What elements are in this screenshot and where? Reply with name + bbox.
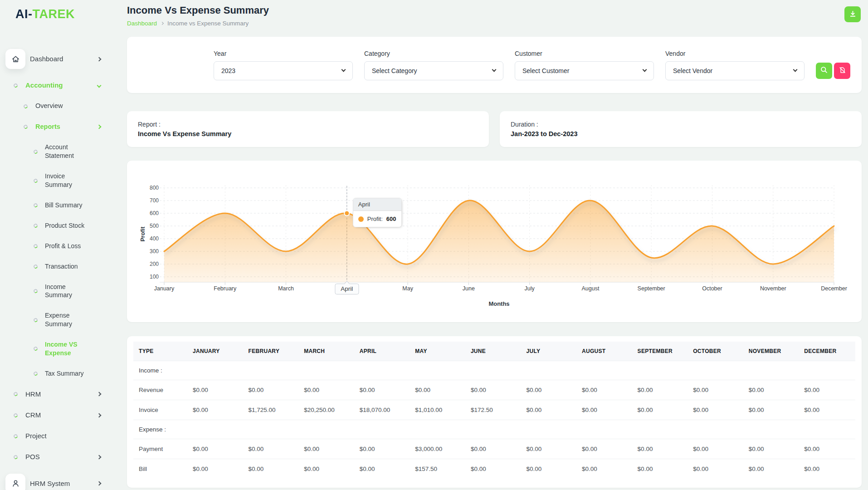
amount-cell: $0.00 [577, 439, 633, 459]
amount-cell: $18,070.00 [355, 400, 411, 420]
report-label: Report : [138, 121, 478, 128]
apply-filter-button[interactable] [816, 63, 832, 79]
x-tick-label: September [638, 285, 665, 292]
sidebar-item-label: Profit & Loss [45, 242, 81, 250]
bullet-icon [23, 103, 29, 109]
bullet-icon [13, 455, 19, 460]
amount-cell: $0.00 [633, 439, 689, 459]
tooltip-title: April [353, 198, 402, 211]
sidebar-item-expense-summary[interactable]: Expense Summary [0, 305, 112, 334]
section-label: Expense : [133, 420, 855, 439]
chevron-right-icon [97, 125, 102, 129]
app-logo[interactable]: AI-TAREK [0, 0, 112, 43]
user-icon [5, 474, 25, 490]
y-tick-label: 500 [150, 223, 159, 229]
duration-card: Duration : Jan-2023 to Dec-2023 [500, 111, 862, 147]
page-title: Income Vs Expense Summary [127, 5, 862, 16]
column-header-november: NOVEMBER [744, 342, 800, 361]
bullet-icon [33, 178, 39, 183]
amount-cell: $0.00 [466, 439, 522, 459]
column-header-january: JANUARY [188, 342, 244, 361]
vendor-select[interactable]: Select Vendor [665, 61, 805, 80]
column-header-june: JUNE [466, 342, 522, 361]
amount-cell: $0.00 [188, 380, 244, 400]
clear-filter-button[interactable] [834, 63, 850, 79]
sidebar-item-pos[interactable]: POS [0, 446, 112, 467]
customer-select-value: Select Customer [522, 67, 569, 74]
sidebar-item-label: Reports [35, 122, 60, 132]
sidebar-item-hrm[interactable]: HRM [0, 384, 112, 405]
column-header-april: APRIL [355, 342, 411, 361]
amount-cell: $0.00 [688, 459, 744, 479]
year-select[interactable]: 2023 [214, 61, 353, 80]
year-select-value: 2023 [221, 67, 235, 74]
section-label: Income : [133, 361, 855, 380]
sidebar-item-project[interactable]: Project [0, 426, 112, 446]
sidebar-item-product-stock[interactable]: Product Stock [0, 216, 112, 236]
chevron-down-icon [341, 68, 346, 72]
amount-cell: $0.00 [800, 439, 855, 459]
sidebar-item-reports[interactable]: Reports [0, 117, 112, 137]
customer-select[interactable]: Select Customer [515, 61, 654, 80]
sidebar-item-dashboard[interactable]: Dashboard [0, 43, 112, 75]
main-content: Income Vs Expense Summary Dashboard Inco… [112, 0, 868, 488]
breadcrumb-current: Income vs Expense Summary [167, 20, 249, 27]
vendor-select-value: Select Vendor [673, 67, 712, 74]
y-tick-label: 800 [150, 185, 159, 191]
chevron-right-icon [97, 57, 102, 61]
x-tick-label: October [702, 285, 722, 292]
sidebar-item-label: Income VS Expense [45, 340, 93, 358]
breadcrumb-dashboard-link[interactable]: Dashboard [127, 20, 157, 27]
column-header-may: MAY [410, 342, 466, 361]
bullet-icon [33, 371, 39, 376]
tooltip-series-label: Profit: [367, 216, 383, 222]
home-icon [5, 49, 25, 69]
amount-cell: $0.00 [744, 400, 800, 420]
y-axis-title: Profit [140, 226, 146, 241]
sidebar-item-bill-summary[interactable]: Bill Summary [0, 195, 112, 216]
table-row-bill: Bill$0.00$0.00$0.00$0.00$157.50$0.00$0.0… [133, 459, 855, 479]
sidebar-item-tax-summary[interactable]: Tax Summary [0, 363, 112, 384]
sidebar-item-label: Expense Summary [45, 311, 93, 328]
table-row-payment: Payment$0.00$0.00$0.00$0.00$3,000.00$0.0… [133, 439, 855, 459]
sidebar-item-income-summary[interactable]: Income Summary [0, 277, 112, 306]
amount-cell: $0.00 [800, 400, 855, 420]
vendor-label: Vendor [665, 50, 805, 57]
y-tick-label: 700 [150, 197, 159, 204]
table-row-invoice: Invoice$0.00$1,725.00$20,250.00$18,070.0… [133, 400, 855, 420]
sidebar-item-accounting[interactable]: Accounting [0, 75, 112, 96]
amount-cell: $0.00 [744, 439, 800, 459]
series-dot-icon [358, 216, 364, 222]
sidebar-item-transaction[interactable]: Transaction [0, 256, 112, 277]
amount-cell: $3,000.00 [410, 439, 466, 459]
summary-table-card: TYPEJANUARYFEBRUARYMARCHAPRILMAYJUNEJULY… [127, 336, 862, 488]
category-select[interactable]: Select Category [364, 61, 503, 80]
breadcrumb-chevron-icon [161, 22, 164, 25]
x-tick-label: July [525, 285, 535, 292]
column-header-september: SEPTEMBER [633, 342, 689, 361]
table-row-revenue: Revenue$0.00$0.00$0.00$0.00$0.00$0.00$0.… [133, 380, 855, 400]
y-tick-label: 100 [150, 274, 159, 280]
breadcrumb: Dashboard Income vs Expense Summary [127, 20, 862, 27]
amount-cell: $0.00 [522, 459, 577, 479]
download-icon [848, 10, 857, 20]
report-card: Report : Income Vs Expense Summary [127, 111, 489, 147]
sidebar-item-profit-loss[interactable]: Profit & Loss [0, 236, 112, 256]
april-data-point[interactable] [344, 211, 349, 216]
download-report-button[interactable] [844, 6, 861, 22]
sidebar-item-account-statement[interactable]: Account Statement [0, 137, 112, 166]
amount-cell: $0.00 [410, 380, 466, 400]
y-tick-label: 600 [150, 210, 159, 216]
sidebar-item-overview[interactable]: Overview [0, 96, 112, 117]
sidebar-item-hrm-system[interactable]: HRM System [0, 468, 112, 490]
filter-row: Year 2023 Category Select Category Custo… [214, 50, 850, 80]
sidebar: AI-TAREK DashboardAccountingOverviewRepo… [0, 0, 112, 490]
sidebar-item-invoice-summary[interactable]: Invoice Summary [0, 166, 112, 195]
amount-cell: $0.00 [355, 439, 411, 459]
sidebar-item-income-vs-expense[interactable]: Income VS Expense [0, 334, 112, 363]
amount-cell: $0.00 [688, 380, 744, 400]
sidebar-item-crm[interactable]: CRM [0, 405, 112, 426]
bullet-icon [33, 149, 39, 154]
bullet-icon [13, 83, 19, 88]
profit-area-chart[interactable]: 800700600500400300200100JanuaryFebruaryM… [138, 175, 851, 311]
